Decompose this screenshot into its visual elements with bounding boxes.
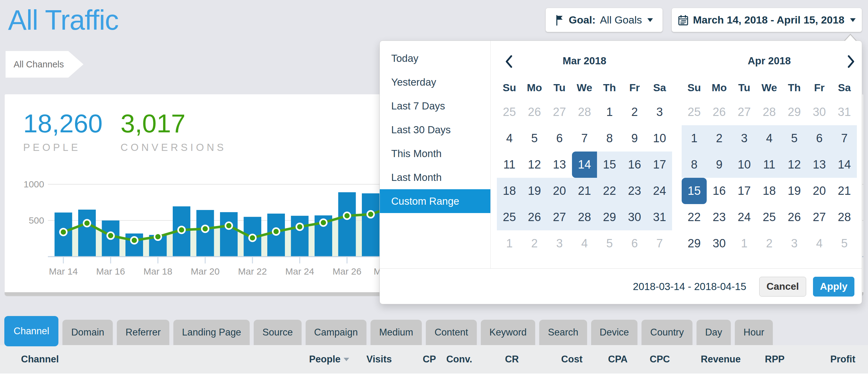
day-cell[interactable]: 24 [732,204,757,230]
day-cell[interactable]: 25 [497,99,522,125]
day-cell[interactable]: 2 [622,99,647,125]
tab-medium[interactable]: Medium [371,320,422,345]
column-header-revenue[interactable]: Revenue [670,354,741,365]
day-cell[interactable]: 6 [547,125,572,151]
day-cell[interactable]: 5 [522,125,547,151]
day-cell[interactable]: 19 [522,178,547,204]
day-cell[interactable]: 6 [807,125,832,151]
column-header-people[interactable]: People [297,354,349,365]
column-header-cpc[interactable]: CPC [628,354,670,365]
day-cell[interactable]: 11 [497,151,522,178]
day-cell[interactable]: 8 [682,151,707,178]
day-cell[interactable]: 2 [757,230,782,257]
day-cell[interactable]: 19 [782,178,807,204]
day-cell[interactable]: 28 [832,204,857,230]
tab-hour[interactable]: Hour [735,320,773,345]
day-cell[interactable]: 31 [647,204,672,230]
day-cell[interactable]: 28 [572,99,597,125]
day-cell[interactable]: 2 [707,125,732,151]
day-cell[interactable]: 26 [707,99,732,125]
next-month-icon[interactable] [845,54,857,69]
day-cell[interactable]: 20 [807,178,832,204]
day-cell[interactable]: 29 [782,99,807,125]
day-cell[interactable]: 21 [572,178,597,204]
day-cell[interactable]: 23 [622,178,647,204]
day-cell[interactable]: 4 [497,125,522,151]
day-cell[interactable]: 1 [497,230,522,257]
date-range-button[interactable]: March 14, 2018 - April 15, 2018 [672,8,862,32]
day-cell[interactable]: 17 [647,151,672,178]
day-cell[interactable]: 26 [522,99,547,125]
preset-today[interactable]: Today [380,47,490,70]
day-cell[interactable]: 25 [682,99,707,125]
tab-campaign[interactable]: Campaign [306,320,367,345]
day-cell[interactable]: 30 [622,204,647,230]
day-cell[interactable]: 24 [647,178,672,204]
day-cell[interactable]: 9 [707,151,732,178]
tab-landing-page[interactable]: Landing Page [173,320,250,345]
day-cell[interactable]: 3 [547,230,572,257]
day-cell[interactable]: 3 [782,230,807,257]
apply-button[interactable]: Apply [813,277,855,296]
day-cell[interactable]: 22 [597,178,622,204]
day-cell[interactable]: 7 [572,125,597,151]
goal-dropdown-button[interactable]: Goal: All Goals [546,8,663,32]
column-header-conv-[interactable]: Conv. [436,354,472,365]
day-cell[interactable]: 15 [597,151,622,178]
day-cell[interactable]: 23 [707,204,732,230]
day-cell[interactable]: 26 [522,204,547,230]
tab-content[interactable]: Content [426,320,477,345]
day-cell[interactable]: 12 [782,151,807,178]
day-cell[interactable]: 9 [622,125,647,151]
day-cell[interactable]: 10 [647,125,672,151]
day-cell[interactable]: 16 [622,151,647,178]
preset-custom-range[interactable]: Custom Range [380,189,490,213]
day-cell[interactable]: 30 [707,230,732,257]
breadcrumb[interactable]: All Channels [6,51,84,78]
preset-last-30-days[interactable]: Last 30 Days [380,118,490,142]
day-cell[interactable]: 7 [647,230,672,257]
column-header-visits[interactable]: Visits [349,354,392,365]
tab-country[interactable]: Country [642,320,692,345]
day-cell[interactable]: 25 [497,204,522,230]
day-cell[interactable]: 3 [647,99,672,125]
tab-day[interactable]: Day [696,320,731,345]
preset-last-7-days[interactable]: Last 7 Days [380,94,490,118]
day-cell[interactable]: 30 [807,99,832,125]
day-cell[interactable]: 29 [682,230,707,257]
day-cell[interactable]: 11 [757,151,782,178]
day-cell[interactable]: 5 [832,230,857,257]
preset-last-month[interactable]: Last Month [380,166,490,189]
day-cell-selected[interactable]: 15 [682,178,707,204]
day-cell[interactable]: 1 [732,230,757,257]
day-cell[interactable]: 16 [707,178,732,204]
column-header-channel[interactable]: Channel [0,354,297,365]
day-cell[interactable]: 6 [622,230,647,257]
tab-referrer[interactable]: Referrer [117,320,169,345]
day-cell[interactable]: 25 [757,204,782,230]
day-cell[interactable]: 4 [572,230,597,257]
tab-channel[interactable]: Channel [4,316,58,346]
day-cell[interactable]: 1 [597,99,622,125]
day-cell[interactable]: 3 [732,125,757,151]
tab-domain[interactable]: Domain [62,320,113,345]
day-cell[interactable]: 17 [732,178,757,204]
day-cell[interactable]: 28 [757,99,782,125]
day-cell[interactable]: 27 [807,204,832,230]
day-cell[interactable]: 4 [757,125,782,151]
day-cell[interactable]: 4 [807,230,832,257]
tab-source[interactable]: Source [254,320,301,345]
column-header-cpa[interactable]: CPA [583,354,628,365]
column-header-profit[interactable]: Profit [784,354,855,365]
day-cell[interactable]: 10 [732,151,757,178]
day-cell[interactable]: 14 [832,151,857,178]
column-header-cost[interactable]: Cost [519,354,583,365]
column-header-cr[interactable]: CR [472,354,519,365]
prev-month-icon[interactable] [503,54,515,69]
day-cell[interactable]: 8 [597,125,622,151]
day-cell[interactable]: 22 [682,204,707,230]
day-cell[interactable]: 20 [547,178,572,204]
tab-search[interactable]: Search [539,320,587,345]
day-cell[interactable]: 2 [522,230,547,257]
day-cell[interactable]: 29 [597,204,622,230]
